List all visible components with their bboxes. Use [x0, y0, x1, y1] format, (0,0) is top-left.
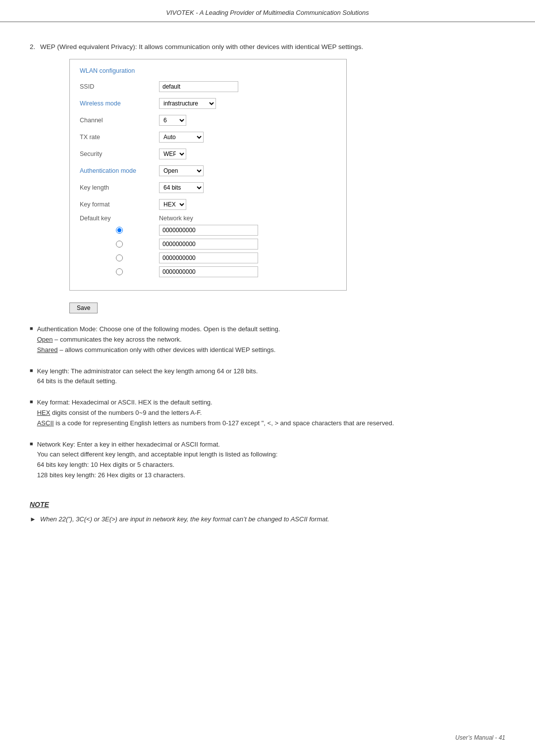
key-radio-cell-4: [80, 268, 159, 275]
page-header: VIVOTEK - A Leading Provider of Multimed…: [0, 0, 535, 22]
bullet-icon-3: ■: [30, 399, 33, 404]
network-key-text2: You can select different key length, and…: [37, 451, 278, 458]
auth-mode-row: Authentication mode Open Shared: [80, 164, 336, 177]
auth-mode-label: Authentication mode: [80, 167, 159, 174]
key-row-1: [80, 225, 336, 236]
key-radio-4[interactable]: [116, 268, 123, 275]
hex-link: HEX: [37, 409, 51, 416]
key-input-2[interactable]: [159, 239, 258, 250]
auth-mode-text: Authentication Mode: Choose one of the f…: [37, 325, 280, 333]
shared-link: Shared: [37, 346, 58, 353]
note-text: When 22(”), 3C(<) or 3E(>) are input in …: [40, 515, 329, 523]
bullet-content-2: Key length: The administrator can select…: [37, 366, 505, 387]
key-radio-1[interactable]: [116, 227, 123, 234]
key-radio-2[interactable]: [116, 241, 123, 248]
security-label: Security: [80, 151, 159, 157]
note-item: ► When 22(”), 3C(<) or 3E(>) are input i…: [30, 515, 505, 523]
key-length-text2: 64 bits is the default setting.: [37, 377, 117, 385]
key-format-select[interactable]: HEX ASCII: [159, 199, 186, 210]
key-input-4[interactable]: [159, 266, 258, 277]
wireless-mode-label: Wireless mode: [80, 100, 159, 107]
tx-rate-label: TX rate: [80, 134, 159, 141]
open-text: – communicates the key across the networ…: [53, 336, 181, 343]
bullet-icon-1: ■: [30, 325, 33, 331]
key-radio-3[interactable]: [116, 254, 123, 261]
wireless-mode-row: Wireless mode infrastructure ad-hoc: [80, 97, 336, 110]
bullet-content-4: Network Key: Enter a key in either hexad…: [37, 440, 505, 481]
key-format-row: Key format HEX ASCII: [80, 198, 336, 211]
key-header-row: Default key Network key: [80, 215, 336, 222]
tx-rate-row: TX rate Auto 1 Mbps2 Mbps5.5 Mbps11 Mbps: [80, 131, 336, 144]
note-arrow: ►: [30, 515, 36, 523]
key-row-3: [80, 252, 336, 263]
key-length-label: Key length: [80, 184, 159, 191]
wireless-mode-select[interactable]: infrastructure ad-hoc: [159, 98, 216, 109]
auth-mode-select[interactable]: Open Shared: [159, 165, 204, 176]
section2-title: 2. WEP (Wired equivalent Privacy): It al…: [30, 42, 505, 52]
key-input-1[interactable]: [159, 225, 258, 236]
key-radio-cell-3: [80, 254, 159, 261]
bullet-content-1: Authentication Mode: Choose one of the f…: [37, 324, 505, 355]
main-content: 2. WEP (Wired equivalent Privacy): It al…: [0, 22, 535, 553]
network-key-text: Network Key: Enter a key in either hexad…: [37, 441, 220, 448]
key-row-2: [80, 239, 336, 250]
ascii-link: ASCII: [37, 419, 54, 427]
tx-rate-select[interactable]: Auto 1 Mbps2 Mbps5.5 Mbps11 Mbps: [159, 132, 204, 143]
bullet-icon-4: ■: [30, 441, 33, 447]
open-link: Open: [37, 336, 53, 343]
network-key-text3: 64 bits key length: 10 Hex digits or 5 c…: [37, 461, 174, 468]
security-select[interactable]: WEP NoneWPA: [159, 149, 186, 159]
save-button[interactable]: Save: [69, 302, 98, 313]
section-number: 2.: [30, 42, 35, 52]
key-input-3[interactable]: [159, 252, 258, 263]
section2-text: WEP (Wired equivalent Privacy): It allow…: [40, 43, 363, 50]
note-section: NOTE ► When 22(”), 3C(<) or 3E(>) are in…: [30, 501, 505, 523]
page-footer: User’s Manual - 41: [455, 734, 505, 741]
hex-text: digits consist of the numbers 0~9 and th…: [50, 409, 202, 416]
key-length-select[interactable]: 64 bits 128 bits: [159, 182, 204, 193]
footer-text: User’s Manual - 41: [455, 734, 505, 741]
bullet-auth-mode: ■ Authentication Mode: Choose one of the…: [30, 324, 505, 355]
bullet-network-key: ■ Network Key: Enter a key in either hex…: [30, 440, 505, 481]
wlan-config-box: WLAN configuration SSID Wireless mode in…: [69, 59, 347, 291]
key-radio-cell-1: [80, 227, 159, 234]
key-format-label: Key format: [80, 201, 159, 208]
ascii-text: is a code for representing English lette…: [54, 419, 394, 427]
shared-text: – allows communication only with other d…: [58, 346, 276, 353]
ssid-label: SSID: [80, 83, 159, 90]
key-length-row: Key length 64 bits 128 bits: [80, 181, 336, 194]
ssid-row: SSID: [80, 80, 336, 93]
channel-row: Channel 6 12345 7891011: [80, 114, 336, 127]
channel-label: Channel: [80, 117, 159, 124]
bullet-key-length: ■ Key length: The administrator can sele…: [30, 366, 505, 387]
wlan-config-title: WLAN configuration: [80, 67, 336, 74]
key-row-4: [80, 266, 336, 277]
key-format-text: Key format: Hexadecimal or ASCII. HEX is…: [37, 399, 213, 406]
channel-select[interactable]: 6 12345 7891011: [159, 115, 186, 126]
key-length-text: Key length: The administrator can select…: [37, 367, 258, 375]
bullet-key-format: ■ Key format: Hexadecimal or ASCII. HEX …: [30, 398, 505, 428]
network-key-label: Network key: [159, 215, 193, 222]
bullet-content-3: Key format: Hexadecimal or ASCII. HEX is…: [37, 398, 505, 428]
note-title: NOTE: [30, 501, 505, 508]
security-row: Security WEP NoneWPA: [80, 148, 336, 160]
header-title: VIVOTEK - A Leading Provider of Multimed…: [166, 9, 369, 16]
default-key-label: Default key: [80, 215, 159, 222]
ssid-input[interactable]: [159, 81, 238, 92]
key-radio-cell-2: [80, 241, 159, 248]
network-key-text4: 128 bites key length: 26 Hex digits or 1…: [37, 471, 185, 479]
bullet-icon-2: ■: [30, 367, 33, 373]
